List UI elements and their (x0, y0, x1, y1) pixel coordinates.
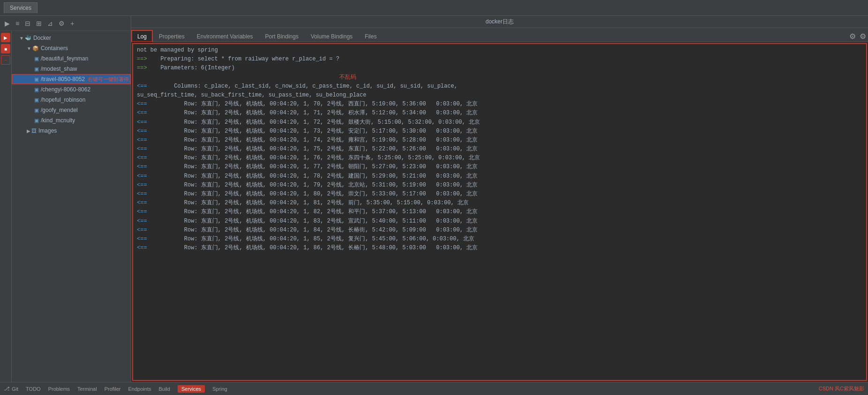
tab-files[interactable]: Files (359, 30, 382, 42)
log-title: docker日志 (131, 16, 868, 28)
profiler-item[interactable]: Profiler (105, 386, 121, 392)
docker-icon: 🐳 (25, 35, 31, 41)
tree-item-chengyi[interactable]: ▣ /chengyi-8060-8062 (12, 84, 131, 95)
log-line: <== Row: 东直门, 2号线, 机场线, 00:04:20, 1, 78,… (137, 172, 862, 181)
terminal-item[interactable]: Terminal (77, 386, 97, 392)
log-line: 不乱码 (137, 73, 862, 82)
log-line: <== Row: 东直门, 2号线, 机场线, 00:04:20, 1, 77,… (137, 163, 862, 171)
log-line: <== Row: 东直门, 2号线, 机场线, 00:04:20, 1, 70,… (137, 100, 862, 109)
main-area: ▶ ≡ ⊟ ⊞ ⊿ ⚙ + ▶ ■ − ▼ 🐳 Docker (0, 16, 868, 382)
minus-button[interactable]: − (1, 55, 10, 65)
annotation-travel: 右键可一键部署停止启动 (88, 76, 131, 83)
container-icon-6: ▣ (34, 107, 39, 113)
bottom-bar: ⎇ Git TODO Problems Terminal Profiler En… (0, 382, 868, 395)
git-item[interactable]: ⎇ Git (4, 386, 18, 392)
endpoints-label: Endpoints (128, 386, 151, 392)
log-line: not be managed by spring (137, 46, 862, 55)
container-icon: ▣ (34, 56, 39, 62)
run-service-button[interactable]: ▶ (1, 33, 10, 42)
stop-service-button[interactable]: ■ (1, 44, 10, 53)
build-label: Build (158, 386, 170, 392)
services-tab[interactable]: Services (4, 2, 37, 13)
containers-icon: 📦 (32, 45, 39, 52)
tree-item-travel[interactable]: ▣ /travel-8050-8052 右键可一键部署停止启动 (12, 74, 131, 84)
todo-item[interactable]: TODO (26, 386, 41, 392)
container-label-5: /hopeful_robinson (41, 97, 85, 103)
log-line: <== Row: 东直门, 2号线, 机场线, 00:04:20, 1, 74,… (137, 136, 862, 145)
git-icon: ⎇ (4, 386, 10, 392)
side-buttons: ▶ ■ − (0, 31, 12, 382)
log-line: <== Row: 东直门, 2号线, 机场线, 00:04:20, 1, 80,… (137, 190, 862, 199)
container-icon-7: ▣ (34, 118, 39, 124)
tree-item-docker[interactable]: ▼ 🐳 Docker (12, 33, 131, 43)
log-line: su_seq_first_time, su_back_first_time, s… (137, 91, 862, 100)
containers-label: Containers (41, 45, 68, 52)
container-label: /beautiful_feynman (41, 55, 88, 62)
log-line: <== Row: 东直门, 2号线, 机场线, 00:04:20, 1, 72,… (137, 118, 862, 127)
services-bottom-button[interactable]: Services (178, 385, 205, 393)
todo-label: TODO (26, 386, 41, 392)
filter-button[interactable]: ⊿ (45, 19, 55, 28)
add-button[interactable]: + (68, 19, 76, 28)
images-arrow: ▶ (27, 128, 30, 134)
tab-log[interactable]: Log (131, 30, 153, 42)
tree-item-images[interactable]: ▶ 🖼 Images (12, 126, 131, 136)
log-line: <== Row: 东直门, 2号线, 机场线, 00:04:20, 1, 79,… (137, 181, 862, 190)
container-label-2: /modest_shaw (41, 66, 77, 72)
left-content: ▶ ■ − ▼ 🐳 Docker ▼ 📦 Containers (0, 31, 131, 382)
log-line: <== Row: 东直门, 2号线, 机场线, 00:04:20, 1, 75,… (137, 145, 862, 154)
spring-label: Spring (212, 386, 227, 392)
container-icon-4: ▣ (34, 87, 39, 93)
log-line: <== Row: 东直门, 2号线, 机场线, 00:04:20, 1, 86,… (137, 244, 862, 253)
tree-item-containers[interactable]: ▼ 📦 Containers (12, 43, 131, 53)
log-line: <== Row: 东直门, 2号线, 机场线, 00:04:20, 1, 82,… (137, 208, 862, 216)
run-config-button[interactable]: ⚙ (57, 19, 67, 28)
log-line: <== Columns: c_place, c_last_sid, c_now_… (137, 82, 862, 91)
tab-properties[interactable]: Properties (153, 30, 191, 42)
log-line: <== Row: 东直门, 2号线, 机场线, 00:04:20, 1, 73,… (137, 127, 862, 136)
log-line: <== Row: 东直门, 2号线, 机场线, 00:04:20, 1, 84,… (137, 226, 862, 235)
tree-item-kind[interactable]: ▣ /kind_mcnulty (12, 115, 131, 126)
tabs-bar: Log Properties Environment Variables Por… (131, 28, 868, 42)
tree-area: ▼ 🐳 Docker ▼ 📦 Containers ▣ /beautiful_f… (12, 31, 131, 382)
services-tab-bar: Services (0, 0, 868, 16)
log-line: <== Row: 东直门, 2号线, 机场线, 00:04:20, 1, 85,… (137, 235, 862, 244)
log-line: <== Row: 东直门, 2号线, 机场线, 00:04:20, 1, 81,… (137, 199, 862, 208)
left-panel: ▶ ≡ ⊟ ⊞ ⊿ ⚙ + ▶ ■ − ▼ 🐳 Docker (0, 16, 131, 382)
expand-all-button[interactable]: ≡ (14, 19, 21, 28)
tab-env-vars[interactable]: Environment Variables (191, 30, 259, 42)
log-line: ==> Parameters: 6(Integer) (137, 64, 862, 73)
git-label: Git (12, 386, 18, 392)
log-line: <== Row: 东直门, 2号线, 机场线, 00:04:20, 1, 71,… (137, 109, 862, 118)
tab-volume-bindings[interactable]: Volume Bindings (305, 30, 359, 42)
container-icon-5: ▣ (34, 97, 39, 103)
docker-arrow: ▼ (19, 36, 24, 41)
images-label: Images (38, 127, 57, 134)
endpoints-item[interactable]: Endpoints (128, 386, 151, 392)
tree-item-modest-shaw[interactable]: ▣ /modest_shaw (12, 64, 131, 74)
right-panel: docker日志 Log Properties Environment Vari… (131, 16, 868, 382)
container-label-4: /chengyi-8060-8062 (41, 86, 90, 93)
log-content[interactable]: not be managed by spring==> Preparing: s… (132, 43, 867, 381)
terminal-label: Terminal (77, 386, 97, 392)
containers-arrow: ▼ (27, 46, 31, 51)
tree-item-goofy[interactable]: ▣ /goofy_mendel (12, 105, 131, 115)
problems-item[interactable]: Problems (48, 386, 70, 392)
problems-label: Problems (48, 386, 70, 392)
collapse-all-button[interactable]: ⊟ (23, 19, 32, 28)
tab-port-bindings[interactable]: Port Bindings (259, 30, 305, 42)
group-button[interactable]: ⊞ (34, 19, 44, 28)
csdn-label: CSDN 风C紫风魅影 (819, 385, 864, 392)
gear-button[interactable]: ⚙ (858, 31, 868, 42)
container-icon-3: ▣ (34, 76, 39, 82)
play-button[interactable]: ▶ (3, 19, 12, 28)
build-item[interactable]: Build (158, 386, 170, 392)
container-label-7: /kind_mcnulty (41, 117, 75, 124)
docker-label: Docker (33, 35, 51, 41)
log-line: <== Row: 东直门, 2号线, 机场线, 00:04:20, 1, 83,… (137, 217, 862, 226)
container-label-6: /goofy_mendel (41, 107, 78, 113)
settings-button[interactable]: ⚙ (847, 31, 858, 42)
tree-item-hopeful[interactable]: ▣ /hopeful_robinson (12, 95, 131, 105)
tree-item-beautiful-feynman[interactable]: ▣ /beautiful_feynman (12, 53, 131, 64)
spring-item[interactable]: Spring (212, 386, 227, 392)
